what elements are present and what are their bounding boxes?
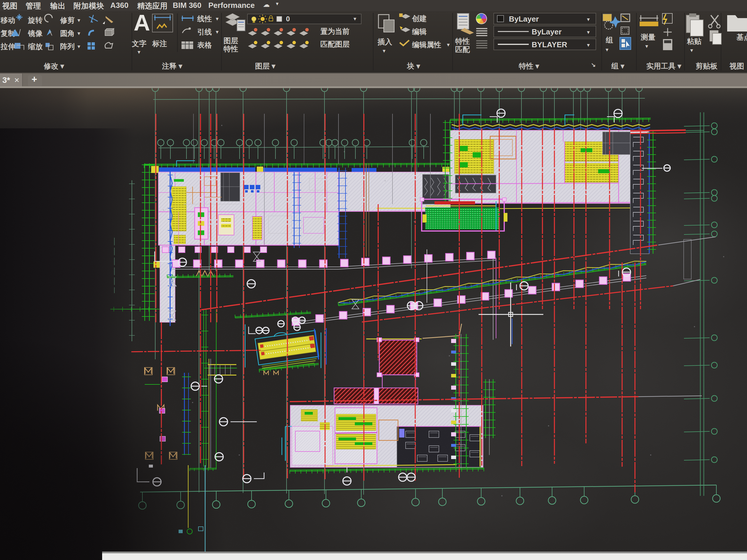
svg-text:0: 0 bbox=[286, 15, 290, 23]
svg-text:▾: ▾ bbox=[216, 16, 219, 22]
svg-text:文字: 文字 bbox=[132, 39, 147, 48]
svg-text:ByLayer: ByLayer bbox=[532, 27, 562, 36]
svg-text:标注: 标注 bbox=[152, 39, 167, 48]
svg-text:▾: ▾ bbox=[690, 48, 693, 53]
svg-text:插入: 插入 bbox=[377, 37, 392, 46]
svg-text:▾: ▾ bbox=[216, 29, 219, 35]
svg-text:拉伸: 拉伸 bbox=[0, 42, 15, 50]
svg-text:▾: ▾ bbox=[137, 49, 140, 55]
svg-text:匹配: 匹配 bbox=[455, 45, 470, 53]
svg-text:引线: 引线 bbox=[197, 28, 212, 36]
svg-text:▾: ▾ bbox=[587, 17, 590, 22]
svg-text:特性: 特性 bbox=[455, 37, 470, 45]
svg-text:▾: ▾ bbox=[587, 29, 590, 35]
svg-text:修剪: 修剪 bbox=[60, 16, 75, 24]
svg-text:▾: ▾ bbox=[606, 47, 609, 53]
svg-text:基点: 基点 bbox=[736, 33, 747, 41]
svg-text:阵列: 阵列 bbox=[60, 42, 75, 50]
svg-text:编辑: 编辑 bbox=[412, 27, 427, 35]
svg-text:▾: ▾ bbox=[77, 18, 80, 23]
svg-text:镜像: 镜像 bbox=[28, 29, 43, 37]
svg-text:特性: 特性 bbox=[223, 45, 238, 53]
svg-text:组: 组 bbox=[606, 36, 613, 44]
svg-text:置为当前: 置为当前 bbox=[320, 27, 350, 35]
svg-text:▾: ▾ bbox=[77, 44, 80, 49]
svg-text:圆角: 圆角 bbox=[60, 29, 75, 37]
svg-text:▾: ▾ bbox=[645, 44, 648, 49]
svg-text:▾: ▾ bbox=[447, 42, 450, 48]
svg-text:线性: 线性 bbox=[197, 15, 212, 23]
svg-text:表格: 表格 bbox=[197, 41, 212, 49]
svg-text:粘贴: 粘贴 bbox=[687, 37, 701, 45]
svg-text:测量: 测量 bbox=[641, 33, 655, 41]
svg-text:图层: 图层 bbox=[224, 36, 238, 45]
svg-text:BYLAYER: BYLAYER bbox=[532, 40, 567, 49]
svg-text:匹配图层: 匹配图层 bbox=[320, 40, 350, 48]
svg-text:ByLayer: ByLayer bbox=[509, 15, 539, 23]
svg-text:编辑属性: 编辑属性 bbox=[412, 41, 441, 49]
svg-text:▾: ▾ bbox=[383, 48, 386, 54]
svg-text:▾: ▾ bbox=[77, 31, 80, 36]
svg-text:缩放: 缩放 bbox=[28, 42, 43, 51]
svg-text:旋转: 旋转 bbox=[28, 16, 43, 24]
svg-text:移动: 移动 bbox=[0, 16, 15, 24]
svg-text:▾: ▾ bbox=[353, 16, 357, 22]
svg-text:▾: ▾ bbox=[587, 42, 590, 48]
svg-text:A: A bbox=[134, 10, 150, 35]
svg-text:创建: 创建 bbox=[412, 14, 427, 23]
